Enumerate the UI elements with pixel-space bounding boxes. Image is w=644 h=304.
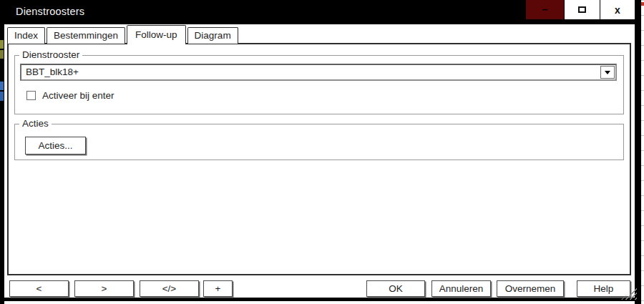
- combobox-dropdown-button[interactable]: [600, 66, 615, 79]
- activeer-checkbox-label: Activeer bij enter: [42, 90, 114, 101]
- minimize-button[interactable]: –: [526, 0, 564, 19]
- tab-index[interactable]: Index: [7, 27, 45, 44]
- nav-add-button[interactable]: +: [203, 280, 233, 297]
- minimize-icon: –: [542, 4, 547, 14]
- activeer-checkbox-row[interactable]: Activeer bij enter: [26, 90, 114, 101]
- dienstroosters-dialog: Dienstroosters – x Index Bestemmingen Fo…: [4, 0, 635, 301]
- ruler-marker: [641, 2, 644, 6]
- nav-previous-button[interactable]: <: [9, 280, 69, 297]
- close-icon: x: [615, 5, 620, 15]
- desktop-icon-fragment: [0, 50, 4, 59]
- dienstrooster-group-label: Dienstrooster: [19, 49, 82, 60]
- acties-group: Acties Acties...: [14, 124, 624, 160]
- desktop-icon-fragment: [0, 82, 4, 90]
- activeer-checkbox[interactable]: [26, 91, 36, 100]
- maximize-icon: [578, 6, 586, 13]
- titlebar[interactable]: Dienstroosters – x: [4, 0, 635, 24]
- window-title: Dienstroosters: [16, 6, 84, 17]
- tab-follow-up[interactable]: Follow-up: [127, 25, 186, 44]
- caption-buttons: – x: [526, 0, 635, 19]
- combobox-value: BBT_blk18+: [26, 67, 79, 77]
- tab-diagram[interactable]: Diagram: [187, 27, 238, 44]
- help-button[interactable]: Help: [577, 280, 630, 297]
- maximize-button[interactable]: [564, 0, 600, 19]
- desktop-icon-fragment: [0, 40, 4, 49]
- close-button[interactable]: x: [600, 0, 635, 19]
- chevron-down-icon: [605, 71, 610, 74]
- acties-button[interactable]: Acties...: [25, 137, 86, 155]
- annuleren-button[interactable]: Annuleren: [431, 280, 491, 297]
- screen: Dienstroosters – x Index Bestemmingen Fo…: [0, 0, 644, 304]
- background-right-strip: [635, 0, 641, 304]
- background-ruler-strip: [641, 0, 644, 304]
- tab-bestemmingen[interactable]: Bestemmingen: [47, 27, 125, 44]
- acties-group-label: Acties: [19, 118, 52, 129]
- nav-next-button[interactable]: >: [74, 280, 134, 297]
- dienstrooster-group: Dienstrooster BBT_blk18+ Activeer bij en…: [14, 55, 624, 114]
- overnemen-button[interactable]: Overnemen: [497, 280, 564, 297]
- desktop-icon-fragment: [0, 92, 4, 101]
- tab-strip: Index Bestemmingen Follow-up Diagram: [7, 24, 240, 44]
- dienstrooster-combobox[interactable]: BBT_blk18+: [20, 64, 617, 81]
- ok-button[interactable]: OK: [366, 280, 425, 297]
- nav-prev-next-button[interactable]: </>: [140, 280, 199, 297]
- tab-page-follow-up: Dienstrooster BBT_blk18+ Activeer bij en…: [7, 43, 631, 275]
